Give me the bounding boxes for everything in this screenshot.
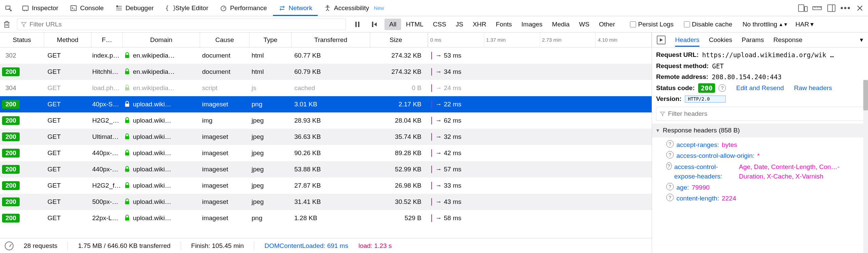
type-filter-media[interactable]: Media — [547, 19, 574, 30]
col-status[interactable]: Status — [0, 33, 44, 47]
svg-point-3 — [117, 5, 118, 7]
ruler-icon[interactable] — [812, 3, 822, 13]
responsive-design-icon[interactable] — [798, 3, 808, 13]
tab-inspector[interactable]: Inspector — [16, 0, 64, 16]
type-filter-all[interactable]: All — [384, 19, 401, 30]
disable-cache-checkbox[interactable]: Disable cache — [684, 21, 732, 28]
table-row[interactable]: 200GET440px-…upload.wiki…imagesetjpeg90.… — [0, 145, 652, 161]
status-badge: 200 — [2, 197, 20, 206]
twisty-icon: ▼ — [655, 127, 660, 134]
type-filter-js[interactable]: JS — [451, 19, 468, 30]
edit-resend-link[interactable]: Edit and Resend — [736, 83, 784, 93]
filter-icon — [21, 21, 27, 27]
har-dropdown[interactable]: HAR ▾ — [795, 20, 817, 28]
tab-network[interactable]: Network — [273, 0, 318, 16]
detail-tab-params[interactable]: Params — [742, 36, 764, 44]
type-filter-html[interactable]: HTML — [401, 19, 428, 30]
table-row[interactable]: 302GETindex.p…en.wikipedia…documenthtml6… — [0, 47, 652, 64]
timeline-tick: 2.73 min — [540, 33, 596, 47]
response-header-row: ?content-length: 2224 — [656, 193, 864, 204]
dock-side-icon[interactable] — [827, 3, 836, 13]
col-method[interactable]: Method — [44, 33, 92, 47]
help-icon[interactable]: ? — [666, 140, 674, 148]
col-cause[interactable]: Cause — [200, 33, 250, 47]
filter-icon — [660, 111, 665, 117]
type-filter-images[interactable]: Images — [517, 19, 547, 30]
col-file[interactable]: F… — [92, 33, 123, 47]
filter-placeholder: Filter URLs — [29, 21, 62, 28]
detail-tab-headers[interactable]: Headers — [675, 36, 699, 46]
persist-logs-checkbox[interactable]: Persist Logs — [630, 21, 674, 28]
clear-button[interactable] — [0, 16, 14, 32]
type-filter-ws[interactable]: WS — [574, 19, 594, 30]
svg-rect-1 — [23, 6, 28, 10]
tab-debugger[interactable]: Debugger — [110, 0, 159, 16]
tab-style-editor[interactable]: { } Style Editor — [160, 0, 214, 16]
type-filter-fonts[interactable]: Fonts — [491, 19, 517, 30]
table-row[interactable]: 200GETHitchhi…en.wikipedia…documenthtml6… — [0, 64, 652, 80]
table-row[interactable]: 200GETH2G2_f…upload.wiki…imagesetjpeg27.… — [0, 177, 652, 194]
svg-rect-10 — [355, 22, 357, 27]
svg-rect-18 — [125, 136, 129, 139]
step-icon[interactable] — [368, 16, 381, 32]
url-filter-input[interactable]: Filter URLs — [17, 19, 346, 30]
timeline-tick: 4.10 min — [595, 33, 651, 47]
domcontentloaded-time: DOMContentLoaded: 691 ms — [264, 242, 348, 250]
col-timeline[interactable]: 0 ms1.37 min2.73 min4.10 min — [428, 33, 652, 47]
table-row[interactable]: 200GET22px-L…upload.wiki…imagesetpng1.28… — [0, 210, 652, 226]
table-row[interactable]: 200GETH2G2_…upload.wiki…imgjpeg28.93 KB2… — [0, 112, 652, 129]
tab-performance[interactable]: Performance — [214, 0, 272, 16]
svg-rect-8 — [813, 6, 822, 9]
help-icon[interactable]: ? — [666, 194, 674, 201]
table-row[interactable]: 200GET440px-…upload.wiki…imagesetjpeg53.… — [0, 161, 652, 177]
table-row[interactable]: 200GETUltimat…upload.wiki…imagesetjpeg36… — [0, 129, 652, 145]
toggle-raw-icon[interactable] — [657, 36, 666, 44]
help-icon[interactable]: ? — [718, 84, 726, 92]
col-type[interactable]: Type — [250, 33, 292, 47]
table-row[interactable]: 200GET500px-…upload.wiki…imagesetjpeg31.… — [0, 194, 652, 210]
status-bar: 28 requests 1.75 MB / 646.60 KB transfer… — [0, 238, 652, 253]
new-badge: New — [374, 5, 384, 11]
more-icon[interactable]: ••• — [841, 3, 850, 13]
tab-console[interactable]: Console — [64, 0, 109, 16]
type-filter-xhr[interactable]: XHR — [468, 19, 491, 30]
pause-icon[interactable] — [351, 16, 364, 32]
detail-tab-response[interactable]: Response — [773, 36, 803, 44]
close-icon[interactable] — [855, 3, 865, 13]
response-header-row: ?accept-ranges: bytes — [656, 140, 864, 151]
table-header: Status Method F… Domain Cause Type Trans… — [0, 33, 652, 47]
lock-icon — [125, 198, 130, 205]
tab-accessibility[interactable]: Accessibility New — [318, 0, 390, 16]
help-icon[interactable]: ? — [666, 162, 672, 170]
table-row[interactable]: 200GET40px-S…upload.wiki…imagesetpng3.01… — [0, 96, 652, 112]
timeline-tick: 0 ms — [428, 33, 484, 47]
request-url: https://upload.wikimedia.org/wik … — [702, 50, 834, 60]
type-filter-css[interactable]: CSS — [428, 19, 451, 30]
filter-headers-input[interactable]: Filter headers — [656, 107, 864, 121]
svg-rect-9 — [828, 5, 835, 12]
svg-point-4 — [221, 6, 226, 11]
tab-label: Debugger — [125, 4, 154, 12]
raw-headers-link[interactable]: Raw headers — [794, 83, 832, 93]
type-filter-other[interactable]: Other — [594, 19, 620, 30]
svg-rect-14 — [125, 71, 129, 74]
table-row[interactable]: 304GETload.ph…en.wikipedia…scriptjscache… — [0, 80, 652, 96]
lock-icon — [125, 52, 130, 59]
chevron-down-icon[interactable]: ▾ — [860, 36, 863, 44]
scrollbar[interactable] — [863, 80, 868, 253]
detail-tab-cookies[interactable]: Cookies — [709, 36, 732, 44]
perf-analysis-icon[interactable] — [5, 241, 14, 250]
col-domain[interactable]: Domain — [123, 33, 200, 47]
status-badge: 200 — [2, 132, 20, 141]
tab-label: Style Editor — [175, 4, 208, 12]
lock-icon — [125, 166, 130, 173]
pick-element-icon[interactable] — [1, 0, 16, 16]
throttle-select[interactable]: No throttling ▲▼ — [743, 21, 788, 28]
version-input[interactable] — [685, 96, 726, 103]
help-icon[interactable]: ? — [666, 151, 674, 159]
response-headers-section[interactable]: ▼ Response headers (858 B) — [652, 124, 868, 138]
help-icon[interactable]: ? — [666, 183, 674, 190]
col-transferred[interactable]: Transferred — [292, 33, 370, 47]
lock-icon — [125, 101, 130, 108]
col-size[interactable]: Size — [370, 33, 428, 47]
